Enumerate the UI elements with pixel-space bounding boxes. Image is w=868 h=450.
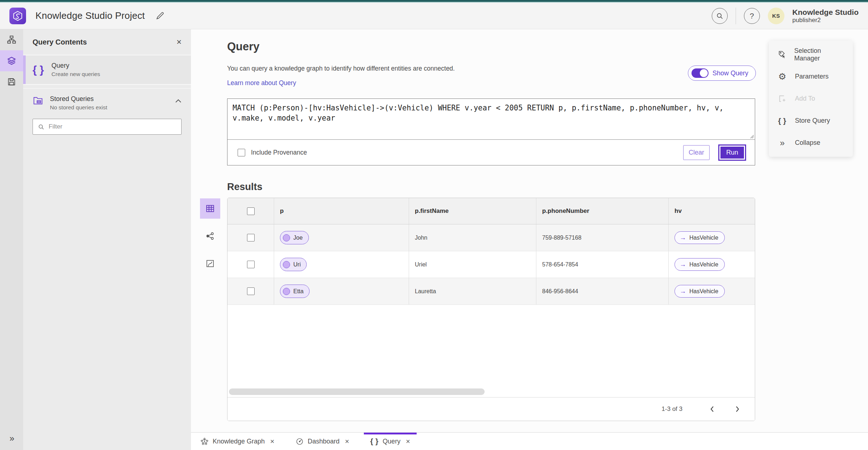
close-tab-icon[interactable]: × (345, 438, 349, 445)
user-avatar[interactable]: KS (768, 8, 784, 24)
panel-item-query[interactable]: { } Query Create new queries (23, 55, 191, 85)
learn-more-link[interactable]: Learn more about Query (227, 79, 296, 87)
expand-rail-button[interactable]: » (0, 433, 23, 443)
app-window: Knowledge Studio Project ? KS Knowledge … (0, 0, 868, 450)
user-product-name: Knowledge Studio (792, 8, 859, 17)
hierarchy-icon (7, 35, 17, 45)
search-button[interactable] (712, 8, 728, 24)
action-label: Store Query (795, 117, 830, 125)
page-title: Query (227, 40, 260, 53)
phonenumber-cell: 846-956-8644 (542, 288, 578, 295)
layers-icon (7, 56, 17, 66)
parameters-button[interactable]: ⚙ Parameters (769, 66, 853, 88)
relationship-pill[interactable]: → HasVehicle (675, 285, 725, 298)
panel-header: Query Contents × (23, 29, 191, 55)
previous-page-button[interactable] (706, 403, 719, 416)
action-label: Collapse (795, 139, 820, 147)
table-row[interactable]: Joe John 759-889-57168 → HasVehicle (227, 224, 755, 251)
rail-item-save[interactable] (0, 71, 23, 92)
query-contents-panel: Query Contents × { } Query Create new qu… (23, 29, 191, 450)
column-header-firstname[interactable]: p.firstName (409, 198, 536, 224)
resize-handle[interactable] (749, 134, 754, 139)
stored-queries-title: Stored Queries (50, 95, 107, 103)
filter-field[interactable] (33, 119, 182, 135)
edit-title-icon[interactable] (155, 11, 165, 21)
actions-panel: Selection Manager ⚙ Parameters (769, 41, 853, 157)
rail-item-hierarchy[interactable] (0, 29, 23, 50)
toggle-knob (700, 69, 708, 77)
entity-label: Joe (293, 235, 303, 241)
avatar-initials: KS (772, 13, 780, 19)
braces-icon: { } (370, 437, 379, 446)
relationship-pill[interactable]: → HasVehicle (675, 258, 725, 271)
entity-node-pill[interactable]: Etta (280, 285, 310, 298)
close-tab-icon[interactable]: × (406, 438, 410, 445)
app-header: Knowledge Studio Project ? KS Knowledge … (0, 3, 868, 29)
relationship-label: HasVehicle (689, 288, 718, 295)
collapse-panel-button[interactable]: » Collapse (769, 132, 853, 154)
action-label: Parameters (795, 73, 829, 80)
header-divider (736, 8, 736, 24)
column-header-phonenumber[interactable]: p.phoneNumber (536, 198, 669, 224)
query-code-input[interactable]: MATCH (p:Person)-[hv:HasVehicle]->(v:Veh… (227, 99, 755, 139)
tab-knowledge-graph[interactable]: Knowledge Graph × (194, 433, 281, 450)
entity-node-pill[interactable]: Joe (280, 231, 309, 244)
close-panel-button[interactable]: × (176, 38, 182, 46)
left-rail: » (0, 29, 23, 450)
clear-button[interactable]: Clear (683, 145, 710, 160)
double-chevron-right-icon: » (777, 139, 788, 147)
stored-queries-folder-icon (33, 95, 43, 106)
include-provenance-checkbox[interactable] (238, 149, 245, 156)
next-page-button[interactable] (731, 403, 744, 416)
document-tabbar: Knowledge Graph × Dashboard × { } Query … (191, 432, 868, 450)
gear-icon: ⚙ (777, 72, 788, 81)
graph-view-button[interactable] (200, 226, 220, 246)
table-view-icon (205, 204, 215, 213)
tab-dashboard[interactable]: Dashboard × (289, 433, 356, 450)
chevron-up-icon (175, 99, 182, 103)
arrow-right-icon: → (680, 234, 686, 241)
help-button[interactable]: ? (744, 8, 760, 24)
tab-label: Query (383, 438, 400, 445)
dashboard-gauge-icon (295, 437, 304, 446)
row-checkbox[interactable] (247, 287, 255, 295)
arrow-right-icon: → (680, 261, 686, 268)
table-row[interactable]: Etta Lauretta 846-956-8644 → HasVehicle (227, 278, 755, 305)
search-icon (38, 123, 44, 130)
table-empty-area (227, 305, 755, 397)
query-editor-box: MATCH (p:Person)-[hv:HasVehicle]->(v:Veh… (227, 98, 755, 165)
select-all-checkbox[interactable] (247, 207, 255, 215)
close-tab-icon[interactable]: × (270, 438, 275, 445)
results-view-selector (200, 198, 220, 274)
run-button[interactable]: Run (718, 144, 746, 161)
table-row[interactable]: Uri Uriel 578-654-7854 → HasVehicle (227, 251, 755, 278)
column-header-p[interactable]: p (274, 198, 409, 224)
phonenumber-cell: 759-889-57168 (542, 235, 582, 241)
tab-query[interactable]: { } Query × (364, 433, 417, 450)
relationship-pill[interactable]: → HasVehicle (675, 231, 725, 244)
row-checkbox[interactable] (247, 261, 255, 268)
store-query-button[interactable]: { } Store Query (769, 110, 853, 132)
map-view-button[interactable] (200, 253, 220, 274)
braces-icon: { } (33, 64, 44, 76)
filter-input[interactable] (49, 123, 176, 130)
collapse-section-button[interactable] (175, 99, 182, 103)
show-query-toggle[interactable]: Show Query (688, 66, 756, 81)
query-page: Query You can query a knowledge graph to… (191, 29, 868, 432)
app-logo[interactable] (9, 8, 26, 24)
relationship-label: HasVehicle (689, 235, 718, 241)
chevron-right-icon (735, 406, 740, 412)
include-provenance-label: Include Provenance (251, 149, 307, 156)
table-view-button[interactable] (200, 198, 220, 219)
row-checkbox[interactable] (247, 234, 255, 241)
column-header-hv[interactable]: hv (669, 198, 755, 224)
add-to-button[interactable]: Add To (769, 88, 853, 110)
graph-view-icon (205, 231, 215, 241)
rail-item-layers[interactable] (0, 50, 23, 71)
toggle-switch[interactable] (692, 68, 709, 78)
selection-manager-button[interactable]: Selection Manager (769, 43, 853, 66)
entity-node-pill[interactable]: Uri (280, 258, 307, 271)
tab-label: Knowledge Graph (213, 438, 265, 445)
panel-item-stored-queries[interactable]: Stored Queries No stored queries exist (23, 88, 191, 115)
horizontal-scrollbar[interactable] (229, 388, 485, 395)
